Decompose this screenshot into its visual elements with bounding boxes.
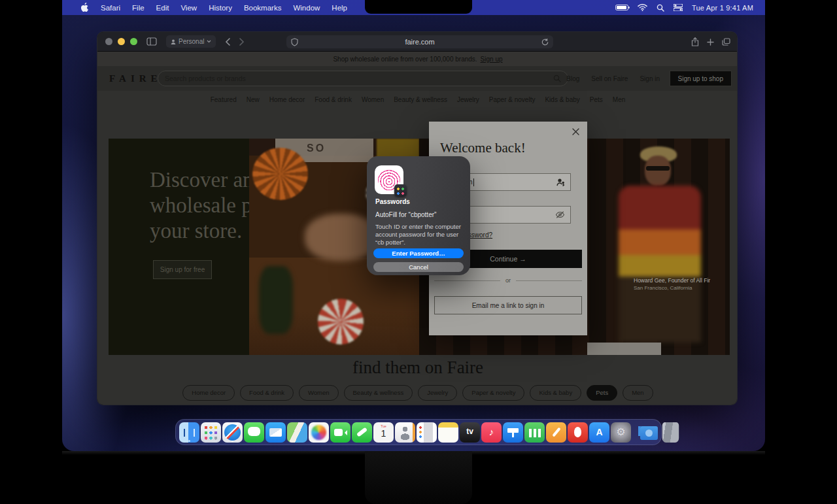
menu-bar-clock[interactable]: Tue Apr 1 9:41 AM <box>692 4 753 12</box>
nav-item[interactable]: Women <box>362 96 384 103</box>
dock-maps-icon[interactable] <box>287 422 307 443</box>
nav-item[interactable]: Kids & baby <box>545 96 579 103</box>
dock-messages-icon[interactable] <box>244 422 264 443</box>
dock-phone-icon[interactable] <box>352 422 372 443</box>
header-link[interactable]: Sign in <box>640 75 660 82</box>
menu-item-bookmarks[interactable]: Bookmarks <box>244 4 282 12</box>
founder-location: San Francisco, California <box>634 284 730 292</box>
menu-item-view[interactable]: View <box>180 4 197 12</box>
dock-numbers-icon[interactable] <box>524 422 545 443</box>
dock-music-icon[interactable] <box>481 422 502 443</box>
section-heading: find them on Faire <box>97 358 738 378</box>
dock-keynote-icon[interactable] <box>503 422 523 443</box>
nav-item[interactable]: Beauty & wellness <box>394 96 447 103</box>
category-pill[interactable]: Jewelry <box>418 385 457 401</box>
profile-switcher[interactable]: Personal <box>166 35 216 48</box>
nav-item[interactable]: Featured <box>211 96 237 103</box>
chevron-down-icon <box>207 40 211 43</box>
nav-item[interactable]: Jewelry <box>457 96 479 103</box>
dock-settings-icon[interactable] <box>611 422 631 443</box>
enter-password-button[interactable]: Enter Password… <box>373 248 464 258</box>
toolbar-right <box>691 32 730 52</box>
back-button[interactable] <box>225 38 230 46</box>
zoom-window-button[interactable] <box>130 38 137 45</box>
cancel-button[interactable]: Cancel <box>373 262 464 272</box>
menu-bar-left: Safari File Edit View History Bookmarks … <box>62 3 347 12</box>
header-link[interactable]: Sell on Faire <box>591 75 628 82</box>
category-pill[interactable]: Pets <box>587 385 617 401</box>
dock-facetime-icon[interactable] <box>330 422 350 443</box>
category-pill[interactable]: Women <box>299 385 339 401</box>
dock-downloads-icon[interactable] <box>639 422 659 443</box>
product-search-input[interactable]: Search products or brands <box>158 71 568 86</box>
person-icon <box>171 39 176 44</box>
nav-item[interactable]: Paper & novelty <box>489 96 536 103</box>
dock-tv-icon[interactable] <box>460 422 480 443</box>
dock-notes-icon[interactable] <box>438 422 458 443</box>
privacy-shield-icon[interactable] <box>291 38 298 46</box>
forward-button[interactable] <box>239 38 245 46</box>
show-password-eye-icon[interactable] <box>555 211 565 218</box>
passkey-icon[interactable] <box>556 178 565 186</box>
dock-photos-icon[interactable] <box>309 422 329 443</box>
dock-contacts-icon[interactable] <box>395 422 415 443</box>
signup-to-shop-button[interactable]: Sign up to shop <box>670 71 732 86</box>
menu-item-history[interactable]: History <box>209 4 232 12</box>
dock-tray <box>639 422 681 443</box>
new-tab-icon[interactable] <box>707 39 714 46</box>
faire-logo[interactable]: FAIRE <box>97 73 162 84</box>
category-pill[interactable]: Home decor <box>182 385 235 401</box>
safari-window: Personal faire.com <box>97 31 738 405</box>
menu-item-window[interactable]: Window <box>293 4 320 12</box>
profile-label: Personal <box>179 38 204 45</box>
spotlight-search-icon[interactable] <box>657 4 664 12</box>
nav-item[interactable]: Pets <box>590 96 603 103</box>
dock-launchpad-icon[interactable] <box>201 422 221 443</box>
dock-calendar-icon[interactable] <box>373 422 394 443</box>
promo-signup-link[interactable]: Sign up <box>481 56 503 63</box>
email-link-signin-button[interactable]: Email me a link to sign in <box>434 296 582 314</box>
menu-item-safari[interactable]: Safari <box>101 4 120 12</box>
close-window-button[interactable] <box>105 38 112 45</box>
menu-item-edit[interactable]: Edit <box>156 4 169 12</box>
nav-item[interactable]: Men <box>613 96 625 103</box>
dock-trash-icon[interactable] <box>662 422 679 443</box>
dock-reminders-icon[interactable] <box>417 422 437 443</box>
nav-item[interactable]: Food & drink <box>315 96 352 103</box>
dialog-app-name: Passwords <box>375 198 410 205</box>
dock-appstore-icon[interactable] <box>589 422 609 443</box>
category-pill[interactable]: Paper & novelty <box>462 385 524 401</box>
category-pill[interactable]: Beauty & wellness <box>344 385 413 401</box>
macbook-screen: Safari File Edit View History Bookmarks … <box>62 0 765 451</box>
dock-mail-icon[interactable] <box>265 422 286 443</box>
touch-id-icon <box>375 165 403 194</box>
battery-icon[interactable] <box>615 5 628 10</box>
wifi-icon[interactable] <box>638 4 647 11</box>
close-icon[interactable] <box>572 128 579 135</box>
dock-finder-icon[interactable] <box>179 422 199 443</box>
menu-item-help[interactable]: Help <box>332 4 347 12</box>
reload-icon[interactable] <box>541 39 549 46</box>
dialog-body-text: Touch ID or enter the computer account p… <box>375 223 463 246</box>
dock-safari-icon[interactable] <box>222 422 243 443</box>
category-pill[interactable]: Food & drink <box>240 385 294 401</box>
share-icon[interactable] <box>691 37 699 46</box>
menu-item-file[interactable]: File <box>132 4 145 12</box>
nav-item[interactable]: New <box>247 96 260 103</box>
control-center-icon[interactable] <box>674 4 683 11</box>
founder-sweater <box>619 186 701 343</box>
minimize-window-button[interactable] <box>118 38 125 45</box>
dock-rocket-icon[interactable] <box>568 422 588 443</box>
dock-pages-icon[interactable] <box>546 422 566 443</box>
category-pill[interactable]: Men <box>623 385 653 401</box>
nav-item[interactable]: Home decor <box>269 96 305 103</box>
address-bar[interactable]: faire.com <box>286 35 553 48</box>
url-text: faire.com <box>303 38 537 46</box>
signup-free-button[interactable]: Sign up for free <box>153 260 212 279</box>
sidebar-toggle-icon[interactable] <box>146 37 157 46</box>
tab-overview-icon[interactable] <box>722 38 730 46</box>
photo-white-shelf-box <box>587 343 661 355</box>
header-link[interactable]: Blog <box>566 75 579 82</box>
apple-menu-icon[interactable] <box>80 3 89 12</box>
category-pill[interactable]: Kids & baby <box>530 385 581 401</box>
